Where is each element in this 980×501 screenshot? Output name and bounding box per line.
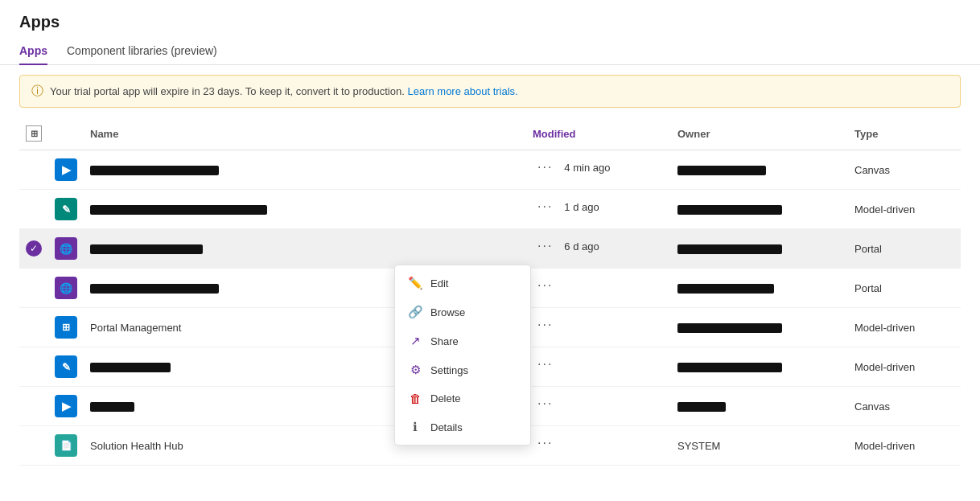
- row-type: Model-driven: [848, 308, 961, 347]
- menu-label-delete: Delete: [430, 392, 461, 404]
- row-type: Model-driven: [848, 347, 961, 387]
- row-owner: [671, 308, 848, 347]
- row-owner: SYSTEM: [671, 426, 848, 466]
- row-owner: [671, 269, 848, 308]
- app-icon-edit: ✎: [55, 198, 77, 220]
- context-menu: ✏️ Edit 🔗 Browse ↗ Share ⚙ Settings 🗑 De…: [394, 265, 531, 446]
- app-icon-globe: 🌐: [55, 237, 77, 260]
- table-row[interactable]: ▶ ··· 4 min ago Canvas: [19, 150, 961, 190]
- apps-table-container: ⊞ Name Modified Owner Type ▶ ···: [0, 117, 980, 466]
- row-icon: 🌐: [48, 229, 84, 269]
- app-name-solution-health: Solution Health Hub: [90, 440, 183, 452]
- row-select[interactable]: [19, 308, 48, 347]
- row-type: Portal: [848, 269, 961, 308]
- banner-link[interactable]: Learn more about trials.: [407, 85, 517, 97]
- modified-time: 6 d ago: [564, 240, 599, 253]
- row-more-and-modified: ···: [526, 426, 671, 460]
- menu-item-edit[interactable]: ✏️ Edit: [395, 269, 530, 298]
- app-icon-edit2: ✎: [55, 355, 77, 378]
- col-name-header[interactable]: Name: [84, 117, 526, 150]
- row-owner: [671, 387, 848, 426]
- redacted-name: [90, 166, 219, 175]
- modified-time: 4 min ago: [564, 162, 610, 174]
- redacted-name: [90, 205, 267, 215]
- redacted-name: [90, 363, 171, 372]
- row-more-and-modified: ··· 4 min ago: [526, 150, 671, 184]
- menu-item-details[interactable]: ℹ Details: [395, 413, 530, 441]
- row-more-and-modified: ···: [526, 308, 671, 342]
- row-more-button[interactable]: ···: [533, 355, 558, 373]
- menu-item-settings[interactable]: ⚙ Settings: [395, 355, 530, 384]
- modified-time: 1 d ago: [564, 201, 599, 213]
- trial-banner: ⓘ Your trial portal app will expire in 2…: [19, 75, 961, 108]
- row-more-button[interactable]: ···: [533, 277, 558, 294]
- row-select[interactable]: [19, 387, 48, 426]
- row-more-button[interactable]: ···: [533, 316, 558, 334]
- delete-icon: 🗑: [408, 392, 422, 405]
- row-type: Canvas: [848, 150, 961, 190]
- row-more-and-modified: ··· 6 d ago: [526, 229, 671, 263]
- menu-item-delete[interactable]: 🗑 Delete: [395, 384, 530, 413]
- menu-label-settings: Settings: [430, 364, 468, 376]
- browse-icon: 🔗: [408, 305, 422, 319]
- row-icon: ✎: [48, 347, 84, 387]
- redacted-owner: [677, 363, 782, 372]
- row-select[interactable]: ✓: [19, 229, 48, 269]
- row-more-button[interactable]: ···: [533, 198, 558, 216]
- row-icon: ▶: [48, 387, 84, 426]
- redacted-owner: [677, 205, 782, 215]
- tab-component-libraries[interactable]: Component libraries (preview): [67, 38, 217, 65]
- row-icon: 📄: [48, 426, 84, 466]
- app-icon-globe2: 🌐: [55, 277, 77, 299]
- row-icon: ▶: [48, 150, 84, 190]
- col-modified-header[interactable]: Modified: [526, 117, 671, 150]
- redacted-owner: [677, 244, 782, 254]
- select-all-icon[interactable]: ⊞: [26, 125, 42, 142]
- row-select[interactable]: [19, 347, 48, 387]
- row-select[interactable]: [19, 150, 48, 190]
- table-row[interactable]: ✎ ··· 1 d ago Model-driven: [19, 190, 961, 229]
- row-owner: [671, 150, 848, 190]
- col-type-header[interactable]: Type: [848, 117, 961, 150]
- row-type: Model-driven: [848, 190, 961, 229]
- col-owner-header[interactable]: Owner: [671, 117, 848, 150]
- app-icon-doc: 📄: [55, 434, 77, 457]
- row-type: Portal: [848, 229, 961, 269]
- menu-label-share: Share: [430, 335, 459, 347]
- table-row[interactable]: ✓ 🌐 ··· 6 d ago Portal: [19, 229, 961, 269]
- row-more-button[interactable]: ···: [533, 158, 558, 176]
- row-checkmark: ✓: [26, 240, 42, 257]
- menu-label-edit: Edit: [430, 277, 448, 290]
- row-select[interactable]: [19, 426, 48, 466]
- row-more-and-modified: ···: [526, 269, 671, 302]
- row-owner: [671, 190, 848, 229]
- menu-label-browse: Browse: [430, 306, 465, 318]
- page-title: Apps: [0, 0, 980, 38]
- row-more-button[interactable]: ···: [533, 395, 558, 413]
- redacted-owner: [677, 323, 782, 333]
- menu-item-share[interactable]: ↗ Share: [395, 326, 530, 355]
- row-select[interactable]: [19, 190, 48, 229]
- info-icon: ⓘ: [31, 84, 43, 99]
- row-icon: ✎: [48, 190, 84, 229]
- row-more-and-modified: ··· 1 d ago: [526, 190, 671, 224]
- menu-label-details: Details: [430, 421, 463, 433]
- row-icon: 🌐: [48, 269, 84, 308]
- redacted-name: [90, 284, 219, 294]
- app-icon-grid: ⊞: [55, 316, 77, 339]
- row-type: Model-driven: [848, 426, 961, 466]
- details-icon: ℹ: [408, 420, 422, 434]
- col-select: ⊞: [19, 117, 48, 150]
- row-more-button[interactable]: ···: [533, 434, 558, 452]
- row-more-button[interactable]: ···: [533, 237, 558, 255]
- row-owner: [671, 347, 848, 387]
- app-icon-arrow: ▶: [55, 158, 77, 181]
- tab-apps[interactable]: Apps: [19, 38, 47, 65]
- row-more-and-modified: ···: [526, 347, 671, 381]
- row-owner: [671, 229, 848, 269]
- row-select[interactable]: [19, 269, 48, 308]
- row-type: Canvas: [848, 387, 961, 426]
- app-icon-arrow2: ▶: [55, 395, 77, 417]
- redacted-owner: [677, 284, 774, 294]
- menu-item-browse[interactable]: 🔗 Browse: [395, 298, 530, 326]
